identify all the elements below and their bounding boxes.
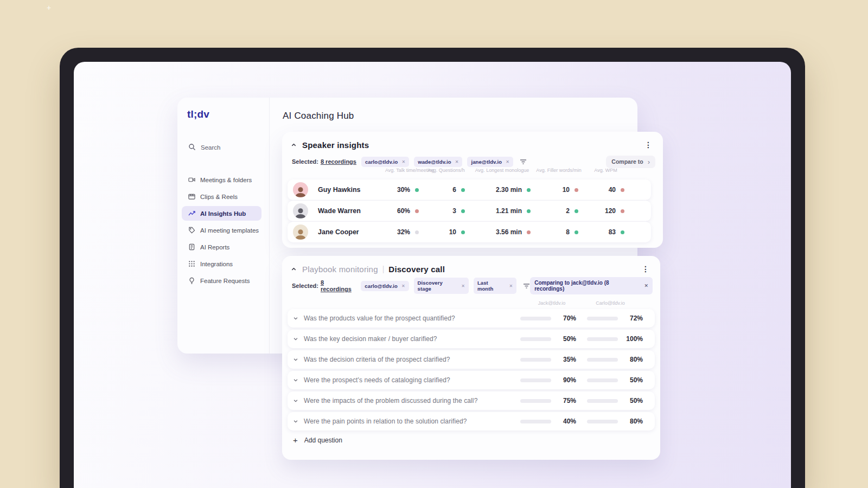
question-text: Was the products value for the prospect … [304, 314, 520, 322]
question-row[interactable]: Were the pain points in relation to the … [288, 412, 655, 431]
close-icon[interactable]: ✕ [402, 159, 406, 164]
selected-label: Selected: [292, 158, 318, 165]
status-dot [527, 209, 531, 213]
clapperboard-icon [188, 193, 195, 200]
collapse-chevron-up-icon[interactable] [291, 142, 297, 148]
speaker-name: Jane Cooper [315, 228, 385, 236]
close-icon[interactable]: ✕ [506, 159, 509, 164]
status-dot [621, 230, 624, 234]
filter-icon[interactable] [523, 283, 530, 289]
sidebar: tl;dv Search Meetings & folders [177, 98, 270, 354]
kebab-menu-icon[interactable]: ⋮ [640, 264, 652, 274]
status-dot [461, 188, 465, 192]
carlo-progress-bar [587, 420, 618, 423]
sidebar-item-label: Meetings & folders [200, 177, 252, 183]
sidebar-item-integrations[interactable]: Integrations [177, 255, 269, 272]
chevron-down-icon[interactable] [293, 398, 298, 403]
status-dot [461, 230, 465, 234]
sidebar-item-label: AI Reports [200, 244, 229, 251]
sidebar-item-clips-reels[interactable]: Clips & Reels [177, 188, 269, 205]
chevron-down-icon[interactable] [293, 316, 298, 321]
filter-chip-carlo[interactable]: carlo@tldv.io ✕ [361, 157, 409, 167]
carlo-progress-bar [587, 358, 618, 362]
jack-progress-bar [520, 317, 551, 320]
jack-percent: 75% [557, 397, 576, 404]
avatar [293, 224, 308, 240]
question-row[interactable]: Was the products value for the prospect … [288, 309, 655, 328]
sidebar-item-ai-insights-hub[interactable]: AI Insights Hub [182, 206, 261, 221]
status-dot [621, 209, 624, 213]
avatar [293, 203, 308, 219]
filter-chip-carlo[interactable]: carlo@tldv.io ✕ [361, 281, 409, 291]
carlo-percent: 50% [623, 397, 643, 404]
question-text: Was the decision criteria of the prospec… [304, 356, 520, 363]
sidebar-item-ai-meeting-templates[interactable]: AI meeting templates [177, 222, 269, 239]
speaker-row-jane-cooper[interactable]: Jane Cooper 32% 10 3.56 min 8 83 [288, 222, 651, 242]
screen: tl;dv Search Meetings & folders [74, 62, 791, 488]
filler-words-value: 2 [535, 207, 570, 215]
close-icon[interactable]: ✕ [461, 284, 465, 288]
search-button[interactable]: Search [188, 143, 220, 152]
status-dot [527, 188, 531, 192]
jack-progress-bar [520, 378, 551, 382]
close-icon[interactable]: ✕ [644, 283, 648, 288]
speaker-name: Guy Hawkins [315, 186, 385, 194]
jack-progress-bar [520, 420, 551, 423]
jack-percent: 40% [557, 418, 576, 425]
question-row[interactable]: Were the impacts of the problem discusse… [288, 391, 655, 410]
chevron-down-icon[interactable] [293, 357, 298, 362]
question-text: Were the pain points in relation to the … [304, 418, 520, 425]
grid-dots-icon [188, 260, 195, 267]
status-dot [575, 188, 578, 192]
title-separator: | [382, 265, 385, 273]
add-question-button[interactable]: + Add question [293, 436, 342, 444]
chart-line-icon [188, 210, 195, 217]
carlo-progress-bar [587, 337, 618, 341]
sidebar-item-feature-requests[interactable]: Feature Requests [177, 272, 269, 289]
close-icon[interactable]: ✕ [401, 284, 405, 288]
chevron-down-icon[interactable] [293, 336, 298, 342]
filter-chip-jane[interactable]: jane@tldv.io ✕ [467, 157, 513, 167]
card-title: Speaker insights [302, 140, 369, 150]
selected-recordings-link[interactable]: 8 recordings [321, 279, 356, 292]
report-document-icon [188, 243, 195, 251]
selected-label: Selected: [292, 282, 318, 289]
status-dot [461, 209, 465, 213]
page-title: AI Coaching Hub [283, 111, 354, 121]
speaker-row-guy-hawkins[interactable]: Guy Hawkins 30% 6 2.30 min 10 40 [288, 179, 651, 200]
laptop-frame: tl;dv Search Meetings & folders [60, 48, 805, 488]
compare-to-button[interactable]: Compare to › [606, 156, 655, 168]
chevron-down-icon[interactable] [293, 377, 298, 383]
close-icon[interactable]: ✕ [509, 284, 513, 288]
comparing-to-chip[interactable]: Comparing to jack@tldv.io (8 recordings)… [530, 277, 653, 294]
wpm-value: 40 [583, 186, 616, 194]
monologue-value: 1.21 min [469, 207, 522, 215]
speaker-filters-row: Selected: 8 recordings carlo@tldv.io ✕ w… [292, 156, 655, 168]
chevron-right-icon: › [648, 158, 650, 165]
status-dot [575, 209, 578, 213]
status-dot [527, 230, 531, 234]
question-row[interactable]: Were the prospect's needs of cataloging … [288, 371, 655, 389]
collapse-chevron-up-icon[interactable] [291, 266, 297, 272]
filter-chip-discovery-stage[interactable]: Discovery stage ✕ [414, 278, 469, 294]
filter-chip-last-month[interactable]: Last month ✕ [474, 278, 516, 294]
speaker-insights-card: Speaker insights ⋮ Selected: 8 recording… [282, 132, 663, 248]
sidebar-item-meetings-folders[interactable]: Meetings & folders [177, 171, 269, 188]
selected-recordings-link[interactable]: 8 recordings [321, 158, 356, 165]
filler-words-value: 8 [535, 228, 570, 236]
filter-chip-wade[interactable]: wade@tldv.io ✕ [414, 157, 462, 167]
carlo-percent: 80% [623, 418, 643, 425]
close-icon[interactable]: ✕ [455, 159, 459, 164]
question-row[interactable]: Was the key decision maker / buyer clari… [288, 330, 655, 348]
playbook-header: Playbook monitoring | Discovery call ⋮ [282, 262, 660, 275]
carlo-progress-bar [587, 378, 618, 382]
speaker-row-wade-warren[interactable]: Wade Warren 60% 3 1.21 min 2 120 [288, 201, 651, 221]
kebab-menu-icon[interactable]: ⋮ [642, 140, 654, 150]
filter-icon[interactable] [520, 159, 527, 165]
sidebar-item-ai-reports[interactable]: AI Reports [177, 239, 269, 255]
chevron-down-icon[interactable] [293, 419, 298, 424]
sidebar-item-label: AI meeting templates [200, 227, 259, 234]
question-row[interactable]: Was the decision criteria of the prospec… [288, 350, 655, 369]
carlo-progress-bar [587, 317, 618, 320]
sidebar-item-label: Feature Requests [200, 278, 250, 284]
